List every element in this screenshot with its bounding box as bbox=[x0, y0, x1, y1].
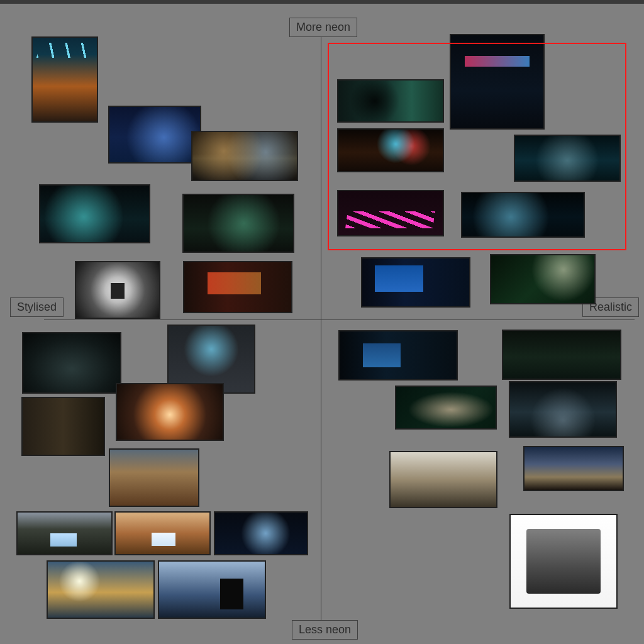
window-titlebar bbox=[0, 0, 644, 4]
thumb-accent bbox=[192, 132, 297, 180]
thumb-accent bbox=[48, 562, 153, 618]
thumb-accent bbox=[510, 382, 616, 436]
thumb-accent bbox=[462, 193, 584, 236]
thumbnail-q3-forest-laptop[interactable] bbox=[16, 511, 113, 555]
thumbnail-q3-desert-alley[interactable] bbox=[109, 448, 199, 507]
thumbnail-q4-dark-road[interactable] bbox=[502, 330, 621, 380]
thumbnail-q2-night-skyline[interactable] bbox=[461, 192, 585, 238]
thumbnail-q4-getac-laptop[interactable] bbox=[509, 514, 618, 609]
thumbnail-q1-neon-corridor[interactable] bbox=[31, 36, 98, 123]
thumb-accent bbox=[220, 579, 243, 609]
thumbnail-q3-monolith[interactable] bbox=[158, 560, 266, 619]
thumbnail-q3-rugged-laptop-left[interactable] bbox=[22, 332, 121, 394]
thumb-accent bbox=[208, 272, 261, 295]
thumbnail-q2-car-dashboard[interactable] bbox=[337, 128, 444, 172]
thumbnail-q4-upside-city[interactable] bbox=[389, 451, 497, 508]
thumb-accent bbox=[40, 186, 149, 242]
thumbnail-q4-hand[interactable] bbox=[395, 386, 497, 430]
thumb-accent bbox=[515, 136, 619, 180]
thumbnail-q2-aerial-city[interactable] bbox=[490, 254, 596, 304]
thumb-accent bbox=[396, 387, 496, 428]
thumb-accent bbox=[184, 195, 293, 252]
thumbnail-q2-neon-storefront[interactable] bbox=[450, 34, 545, 130]
axis-horizontal bbox=[44, 319, 635, 320]
thumbnail-q2-silhouette-street[interactable] bbox=[337, 79, 444, 123]
thumbnail-q1-hud-city[interactable] bbox=[39, 184, 150, 243]
thumb-accent bbox=[338, 130, 443, 171]
thumbnail-q3-tunnel-sunset[interactable] bbox=[116, 383, 224, 441]
axis-label-left: Stylised bbox=[10, 297, 64, 317]
thumb-accent bbox=[491, 255, 594, 303]
thumb-accent bbox=[111, 283, 124, 299]
axis-vertical bbox=[321, 35, 321, 625]
thumbnail-q2-glass-corridor[interactable] bbox=[514, 135, 621, 182]
thumb-accent bbox=[465, 56, 530, 67]
thumbnail-q3-canyon-laptop[interactable] bbox=[114, 511, 211, 555]
axis-label-bottom: Less neon bbox=[292, 620, 358, 640]
thumbnail-q2-pink-neon-sign[interactable] bbox=[337, 190, 444, 236]
thumbnail-q2-blue-monitor[interactable] bbox=[361, 257, 470, 308]
thumbnail-q1-wet-street[interactable] bbox=[191, 131, 298, 181]
axis-label-top: More neon bbox=[289, 18, 357, 37]
thumb-accent bbox=[345, 211, 435, 228]
thumbnail-q4-back-monitor[interactable] bbox=[338, 330, 458, 380]
thumb-accent bbox=[338, 80, 443, 121]
thumbnail-q1-hacker-desks[interactable] bbox=[182, 194, 294, 253]
thumbnail-q4-dusk-sky[interactable] bbox=[523, 446, 624, 491]
thumbnail-q4-alley-figure[interactable] bbox=[509, 381, 617, 438]
thumb-accent bbox=[363, 343, 401, 367]
thumb-accent bbox=[375, 265, 423, 292]
thumbnail-q3-dark-laptop-glow[interactable] bbox=[214, 511, 308, 555]
thumbnail-q1-blue-city[interactable] bbox=[108, 106, 201, 164]
thumbnail-q1-red-ui-laptop[interactable] bbox=[183, 261, 292, 313]
thumb-accent bbox=[215, 513, 307, 554]
thumb-accent bbox=[50, 533, 77, 547]
thumb-accent bbox=[109, 107, 200, 162]
thumbnail-q1-device-frame[interactable] bbox=[75, 261, 160, 319]
thumb-accent bbox=[526, 529, 601, 594]
thumbnail-q3-wall-figure[interactable] bbox=[21, 397, 105, 456]
thumb-accent bbox=[152, 533, 176, 546]
thumbnail-q3-sun-skyline[interactable] bbox=[47, 560, 155, 619]
thumb-accent bbox=[36, 43, 93, 58]
